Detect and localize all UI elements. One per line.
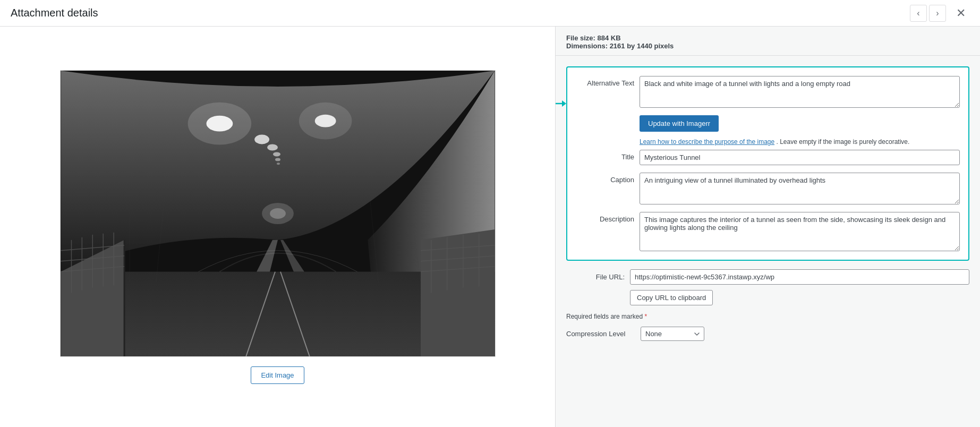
file-size-label: File size: [566, 34, 595, 42]
dimensions-label: Dimensions: [566, 42, 608, 50]
update-with-imagerr-button[interactable]: Update with Imagerr [640, 115, 719, 132]
learn-link[interactable]: Learn how to describe the purpose of the… [640, 138, 774, 146]
learn-link-suffix: . Leave empty if the image is purely dec… [777, 138, 910, 146]
copy-url-button[interactable]: Copy URL to clipboard [630, 290, 713, 305]
prev-button[interactable]: ‹ [910, 5, 927, 22]
svg-point-27 [275, 158, 280, 161]
chevron-right-icon: › [936, 8, 939, 18]
caption-label: Caption [576, 173, 634, 184]
header-navigation: ‹ › ✕ [910, 5, 969, 22]
close-button[interactable]: ✕ [952, 5, 969, 22]
caption-input[interactable] [640, 173, 960, 204]
compression-row: Compression Level None Low Medium High [566, 327, 969, 341]
svg-point-26 [273, 152, 280, 156]
title-input[interactable] [640, 150, 960, 165]
page-title: Attachment details [11, 7, 910, 19]
image-panel: Edit Image [0, 27, 555, 427]
description-row: Description [576, 212, 960, 251]
sidebar-scroll[interactable]: File size: 884 KB Dimensions: 2161 by 14… [556, 27, 980, 427]
caption-row: Caption [576, 173, 960, 204]
alt-text-label: Alternative Text [576, 76, 634, 87]
dimensions-value: 2161 by 1440 pixels [610, 42, 674, 50]
outside-form-fields: File URL: Copy URL to clipboard Required… [566, 269, 969, 341]
svg-point-25 [267, 144, 278, 150]
title-row: Title [576, 150, 960, 165]
file-url-label: File URL: [566, 273, 625, 281]
svg-point-30 [270, 208, 286, 219]
header: Attachment details ‹ › ✕ [0, 0, 980, 27]
attachment-image [60, 70, 496, 357]
file-size-value: 884 KB [598, 34, 621, 42]
svg-point-21 [188, 102, 251, 144]
file-url-row: File URL: [566, 269, 969, 285]
alt-text-row: Alternative Text [576, 76, 960, 108]
compression-label: Compression Level [566, 330, 635, 338]
svg-point-24 [254, 134, 269, 144]
required-note: Required fields are marked * [566, 313, 969, 320]
learn-link-row: Learn how to describe the purpose of the… [640, 137, 960, 147]
svg-marker-36 [562, 100, 566, 107]
tunnel-svg [61, 71, 495, 356]
compression-select[interactable]: None Low Medium High [641, 327, 704, 341]
alt-text-input[interactable] [640, 76, 960, 108]
file-meta: File size: 884 KB Dimensions: 2161 by 14… [556, 27, 980, 56]
edit-image-button[interactable]: Edit Image [251, 366, 304, 384]
file-size-row: File size: 884 KB [566, 34, 969, 42]
close-icon: ✕ [956, 6, 966, 20]
file-url-input[interactable] [630, 269, 969, 285]
dimensions-row: Dimensions: 2161 by 1440 pixels [566, 42, 969, 50]
attachment-form: Alternative Text Update with Imagerr Lea… [556, 56, 980, 357]
asterisk: * [644, 313, 647, 320]
description-input[interactable] [640, 212, 960, 251]
arrow-indicator [556, 97, 566, 110]
sidebar: File size: 884 KB Dimensions: 2161 by 14… [555, 27, 980, 427]
description-label: Description [576, 212, 634, 223]
svg-point-23 [299, 102, 352, 139]
highlight-box: Alternative Text Update with Imagerr Lea… [566, 66, 969, 261]
title-label: Title [576, 150, 634, 161]
chevron-left-icon: ‹ [917, 8, 919, 18]
svg-point-28 [277, 163, 280, 165]
next-button[interactable]: › [929, 5, 946, 22]
content-area: Edit Image File size: 884 KB Dimensions:… [0, 27, 980, 427]
